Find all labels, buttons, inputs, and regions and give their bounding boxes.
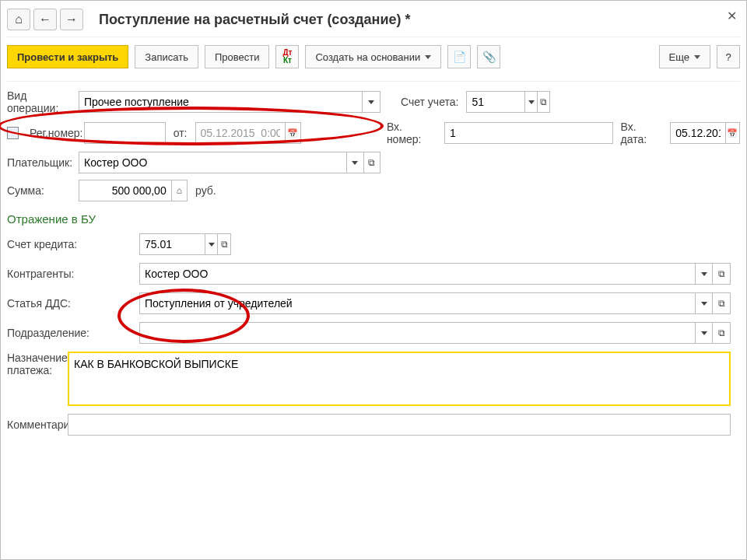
payer-dropdown[interactable] bbox=[346, 152, 363, 173]
forward-button[interactable]: → bbox=[60, 9, 83, 30]
in-num-label: Вх. номер: bbox=[387, 121, 437, 145]
division-label: Подразделение: bbox=[7, 327, 139, 339]
amount-calc-icon[interactable] bbox=[171, 180, 187, 201]
page-title: Поступление на расчетный счет (создание)… bbox=[99, 12, 410, 28]
division-dropdown[interactable] bbox=[695, 323, 713, 343]
home-button[interactable]: ⌂ bbox=[7, 9, 30, 30]
purpose-textarea[interactable] bbox=[68, 352, 731, 406]
division-input[interactable] bbox=[140, 323, 695, 343]
post-and-close-button[interactable]: Провести и закрыть bbox=[7, 45, 128, 68]
reg-num-label: Рег.номер: bbox=[30, 127, 76, 139]
in-date-input[interactable] bbox=[671, 123, 724, 143]
account-input[interactable] bbox=[467, 92, 524, 112]
from-date-calendar-icon[interactable] bbox=[285, 123, 300, 143]
currency-label: руб. bbox=[195, 184, 216, 197]
counterparty-open-icon[interactable] bbox=[712, 264, 730, 284]
in-num-input[interactable] bbox=[445, 123, 612, 143]
payer-input[interactable] bbox=[79, 152, 346, 173]
comment-input[interactable] bbox=[68, 414, 731, 436]
close-button[interactable]: ✕ bbox=[727, 9, 737, 23]
write-button[interactable]: Записать bbox=[135, 45, 198, 68]
amount-label: Сумма: bbox=[7, 184, 71, 197]
dds-open-icon[interactable] bbox=[712, 293, 730, 313]
create-based-on-button[interactable]: Создать на основании bbox=[305, 45, 441, 68]
credit-account-label: Счет кредита: bbox=[7, 238, 139, 250]
back-button[interactable]: ← bbox=[33, 9, 57, 30]
credit-account-open-icon[interactable] bbox=[217, 234, 230, 254]
amount-input[interactable] bbox=[79, 180, 171, 201]
account-dropdown[interactable] bbox=[524, 92, 537, 112]
section-bu-title: Отражение в БУ bbox=[7, 212, 740, 226]
operation-type-label: Вид операции: bbox=[7, 89, 71, 114]
from-label: от: bbox=[174, 127, 188, 139]
post-button[interactable]: Провести bbox=[205, 45, 270, 68]
dds-dropdown[interactable] bbox=[695, 293, 713, 313]
in-date-label: Вх. дата: bbox=[621, 121, 663, 145]
credit-account-dropdown[interactable] bbox=[205, 234, 218, 254]
dtkt-icon: ДтКт bbox=[282, 49, 292, 65]
dds-label: Статья ДДС: bbox=[7, 297, 139, 310]
division-open-icon[interactable] bbox=[712, 323, 730, 343]
payer-label: Плательщик: bbox=[7, 156, 71, 169]
operation-type-dropdown[interactable] bbox=[362, 92, 380, 112]
reg-num-input[interactable] bbox=[85, 123, 165, 143]
in-date-calendar-icon[interactable] bbox=[725, 123, 739, 143]
counterparty-label: Контрагенты: bbox=[7, 268, 139, 280]
dds-input[interactable] bbox=[140, 293, 695, 313]
comment-label: Комментарий: bbox=[7, 418, 68, 431]
more-button[interactable]: Еще bbox=[659, 45, 710, 68]
counterparty-input[interactable] bbox=[140, 264, 695, 284]
counterparty-dropdown[interactable] bbox=[695, 264, 713, 284]
operation-type-input[interactable] bbox=[79, 92, 362, 112]
attach-icon-button[interactable] bbox=[477, 45, 500, 68]
reg-icon bbox=[7, 127, 19, 139]
from-date-input[interactable] bbox=[196, 123, 285, 143]
payer-open-icon[interactable] bbox=[363, 152, 380, 173]
dtkt-button[interactable]: ДтКт bbox=[275, 45, 299, 68]
purpose-label: Назначение платежа: bbox=[7, 352, 68, 376]
help-button[interactable]: ? bbox=[717, 45, 740, 68]
credit-account-input[interactable] bbox=[140, 234, 205, 254]
account-label: Счет учета: bbox=[401, 96, 458, 108]
doc-icon-button[interactable] bbox=[447, 45, 471, 68]
account-open-icon[interactable] bbox=[537, 92, 549, 112]
